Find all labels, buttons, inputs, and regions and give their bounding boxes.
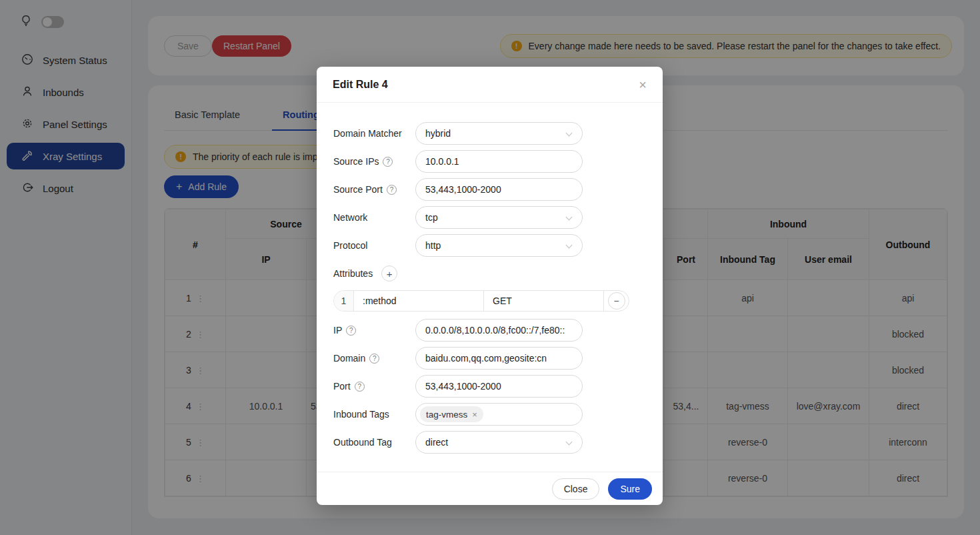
close-icon[interactable]: ×: [639, 78, 647, 91]
network-select[interactable]: tcp: [415, 206, 583, 229]
selected-value: hybrid: [425, 128, 451, 139]
tag-chip: tag-vmess ×: [420, 406, 483, 422]
help-icon[interactable]: ?: [346, 326, 356, 336]
remove-tag-icon[interactable]: ×: [472, 410, 477, 420]
field-label: IP: [333, 325, 342, 336]
edit-rule-modal: Edit Rule 4 × Domain Matcher hybrid Sour…: [317, 67, 663, 505]
outbound-tag-select[interactable]: direct: [415, 431, 583, 454]
field-label: Attributes: [333, 268, 373, 279]
add-attribute-button[interactable]: +: [381, 265, 397, 282]
field-label: Port: [333, 381, 351, 392]
chevron-down-icon: [566, 242, 573, 249]
modal-title: Edit Rule 4: [333, 79, 388, 91]
attribute-key-input[interactable]: [354, 291, 484, 311]
selected-value: http: [425, 240, 441, 251]
help-icon[interactable]: ?: [355, 382, 365, 392]
inbound-tags-multiselect[interactable]: tag-vmess ×: [415, 403, 583, 426]
source-port-input[interactable]: [415, 178, 583, 201]
domain-matcher-select[interactable]: hybrid: [415, 122, 583, 145]
field-label: Source IPs: [333, 156, 379, 167]
source-ips-input[interactable]: [415, 150, 583, 173]
field-label: Domain Matcher: [333, 128, 415, 139]
help-icon[interactable]: ?: [369, 354, 379, 364]
field-label: Domain: [333, 353, 365, 364]
chevron-down-icon: [566, 214, 573, 221]
help-icon[interactable]: ?: [383, 157, 393, 167]
selected-value: direct: [425, 437, 448, 448]
tag-label: tag-vmess: [426, 410, 467, 420]
chevron-down-icon: [566, 130, 573, 137]
selected-value: tcp: [425, 212, 438, 223]
domain-input[interactable]: [415, 347, 583, 370]
chevron-down-icon: [566, 439, 573, 446]
sure-button[interactable]: Sure: [608, 478, 652, 500]
attribute-row: 1 −: [333, 290, 629, 312]
attribute-value-input[interactable]: [484, 291, 604, 311]
remove-attribute-button[interactable]: −: [608, 292, 625, 310]
attribute-index: 1: [334, 291, 354, 311]
field-label: Source Port: [333, 184, 383, 195]
port-input[interactable]: [415, 375, 583, 398]
help-icon[interactable]: ?: [387, 185, 397, 195]
field-label: Protocol: [333, 240, 415, 251]
field-label: Inbound Tags: [333, 409, 415, 420]
protocol-select[interactable]: http: [415, 234, 583, 257]
field-label: Outbound Tag: [333, 437, 415, 448]
ip-input[interactable]: [415, 319, 583, 342]
close-button[interactable]: Close: [552, 478, 600, 500]
field-label: Network: [333, 212, 415, 223]
